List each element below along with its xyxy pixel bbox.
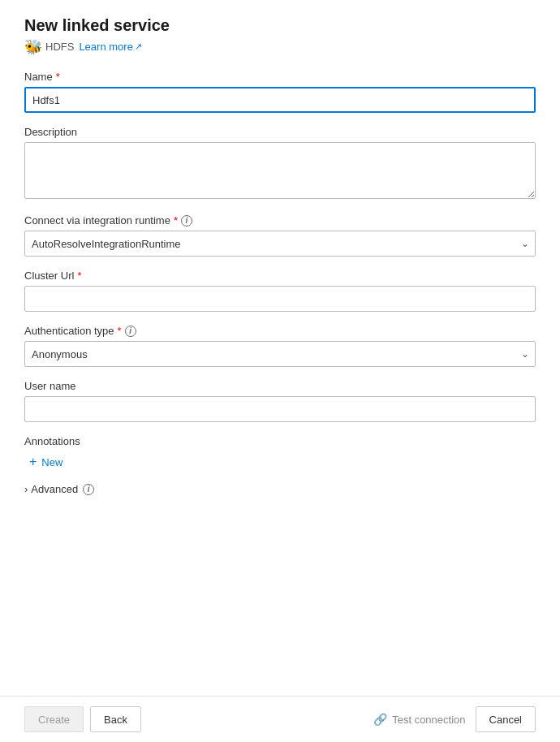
annotations-label: Annotations — [24, 435, 536, 447]
back-button[interactable]: Back — [90, 706, 141, 732]
name-label: Name — [24, 71, 53, 83]
hdfs-icon: 🐝 — [24, 38, 41, 54]
auth-type-info-icon: i — [125, 326, 136, 337]
name-required-star: * — [56, 71, 60, 83]
test-connection-button[interactable]: 🔗 Test connection — [373, 713, 465, 726]
description-input[interactable] — [24, 142, 536, 199]
advanced-toggle-button[interactable]: › Advanced — [24, 481, 78, 497]
advanced-label: Advanced — [31, 483, 78, 495]
chevron-right-icon: › — [24, 483, 28, 495]
description-label: Description — [24, 126, 77, 138]
cluster-url-input[interactable] — [24, 286, 536, 312]
connect-select[interactable]: AutoResolveIntegrationRuntime — [24, 231, 536, 257]
cluster-url-required-star: * — [77, 270, 81, 282]
connect-required-star: * — [174, 214, 178, 226]
create-button[interactable]: Create — [24, 706, 84, 732]
page-title: New linked service — [24, 16, 536, 35]
plus-icon: + — [29, 455, 37, 468]
auth-type-select[interactable]: Anonymous Windows — [24, 341, 536, 367]
learn-more-link[interactable]: Learn more ↗ — [79, 41, 141, 53]
subtitle-text: HDFS — [45, 41, 74, 53]
username-label: User name — [24, 380, 76, 392]
auth-type-required-star: * — [118, 325, 122, 337]
cancel-button[interactable]: Cancel — [476, 706, 536, 732]
add-new-button[interactable]: + New — [24, 454, 67, 470]
auth-type-label: Authentication type — [24, 325, 114, 337]
test-connection-label: Test connection — [392, 714, 465, 726]
cluster-url-label: Cluster Url — [24, 270, 74, 282]
name-input[interactable] — [24, 87, 536, 113]
advanced-info-icon: i — [83, 484, 94, 495]
connect-label: Connect via integration runtime — [24, 214, 170, 226]
connect-info-icon: i — [181, 215, 192, 226]
add-new-label: New — [41, 456, 62, 468]
username-input[interactable] — [24, 396, 536, 422]
link-icon: 🔗 — [373, 713, 387, 726]
external-link-icon: ↗ — [135, 41, 142, 52]
